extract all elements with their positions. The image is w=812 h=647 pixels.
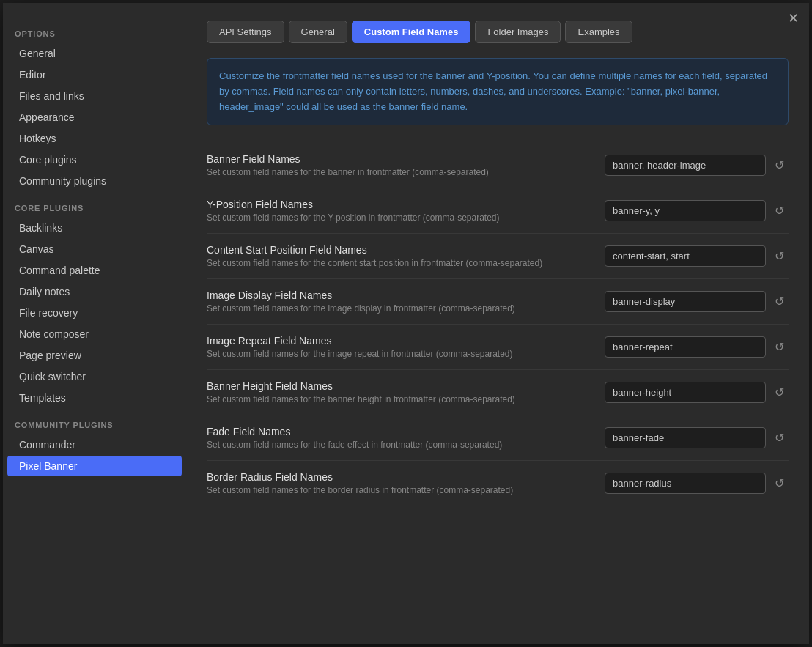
sidebar-item-pixel-banner[interactable]: Pixel Banner <box>7 456 182 476</box>
options-section-label: Options <box>3 18 186 42</box>
sidebar-item-community-plugins[interactable]: Community plugins <box>7 171 182 191</box>
field-input-banner-height[interactable] <box>605 382 766 403</box>
sidebar-item-note-composer[interactable]: Note composer <box>7 324 182 344</box>
sidebar-item-appearance[interactable]: Appearance <box>7 107 182 127</box>
field-input-image-display[interactable] <box>605 291 766 312</box>
modal-body: Options General Editor Files and links A… <box>3 3 809 644</box>
field-row-image-repeat: Image Repeat Field Names Set custom fiel… <box>207 325 789 370</box>
sidebar-item-daily-notes[interactable]: Daily notes <box>7 281 182 302</box>
sidebar: Options General Editor Files and links A… <box>3 3 186 644</box>
info-text: Customize the frontmatter field names us… <box>219 70 767 112</box>
tab-folder-images[interactable]: Folder Images <box>475 21 561 43</box>
tab-examples[interactable]: Examples <box>565 21 632 43</box>
field-controls-image-display: ↺ <box>605 291 789 312</box>
main-content: API Settings General Custom Field Names … <box>186 3 809 644</box>
field-title-content-start: Content Start Position Field Names <box>207 244 605 256</box>
field-info-content-start: Content Start Position Field Names Set c… <box>207 244 605 268</box>
field-row-content-start: Content Start Position Field Names Set c… <box>207 234 789 279</box>
reset-btn-content-start[interactable]: ↺ <box>770 248 789 265</box>
close-button[interactable]: ✕ <box>788 12 799 25</box>
settings-modal: ✕ Options General Editor Files and links… <box>3 3 809 644</box>
field-desc-banner: Set custom field names for the banner in… <box>207 167 605 177</box>
sidebar-item-quick-switcher[interactable]: Quick switcher <box>7 366 182 387</box>
core-plugins-section-label: Core plugins <box>3 192 186 217</box>
community-plugins-section-label: Community plugins <box>3 409 186 434</box>
tab-api-settings[interactable]: API Settings <box>207 21 284 43</box>
field-input-banner[interactable] <box>605 155 766 176</box>
field-desc-fade: Set custom field names for the fade effe… <box>207 440 605 450</box>
field-controls-image-repeat: ↺ <box>605 336 789 358</box>
field-title-border-radius: Border Radius Field Names <box>207 471 605 483</box>
field-info-border-radius: Border Radius Field Names Set custom fie… <box>207 471 605 495</box>
field-desc-banner-height: Set custom field names for the banner he… <box>207 394 605 404</box>
field-controls-y-position: ↺ <box>605 200 789 221</box>
sidebar-item-editor[interactable]: Editor <box>7 64 182 85</box>
sidebar-item-templates[interactable]: Templates <box>7 388 182 408</box>
field-desc-image-display: Set custom field names for the image dis… <box>207 303 605 314</box>
field-controls-banner-height: ↺ <box>605 382 789 403</box>
field-row-banner-height: Banner Height Field Names Set custom fie… <box>207 370 789 415</box>
field-desc-image-repeat: Set custom field names for the image rep… <box>207 349 605 359</box>
sidebar-item-hotkeys[interactable]: Hotkeys <box>7 128 182 149</box>
sidebar-item-backlinks[interactable]: Backlinks <box>7 218 182 238</box>
field-desc-content-start: Set custom field names for the content s… <box>207 258 605 268</box>
field-controls-fade: ↺ <box>605 427 789 448</box>
field-controls-banner: ↺ <box>605 155 789 176</box>
field-info-image-display: Image Display Field Names Set custom fie… <box>207 289 605 314</box>
field-title-y-position: Y-Position Field Names <box>207 199 605 210</box>
field-info-y-position: Y-Position Field Names Set custom field … <box>207 199 605 223</box>
field-desc-border-radius: Set custom field names for the border ra… <box>207 485 605 495</box>
sidebar-item-files-links[interactable]: Files and links <box>7 86 182 106</box>
field-controls-border-radius: ↺ <box>605 473 789 494</box>
field-controls-content-start: ↺ <box>605 245 789 267</box>
reset-btn-fade[interactable]: ↺ <box>770 429 789 447</box>
reset-btn-border-radius[interactable]: ↺ <box>770 475 789 492</box>
fields-container: Banner Field Names Set custom field name… <box>207 143 789 506</box>
sidebar-item-commander[interactable]: Commander <box>7 435 182 455</box>
sidebar-item-file-recovery[interactable]: File recovery <box>7 303 182 323</box>
field-info-banner-height: Banner Height Field Names Set custom fie… <box>207 380 605 404</box>
reset-btn-image-display[interactable]: ↺ <box>770 293 789 311</box>
field-desc-y-position: Set custom field names for the Y-positio… <box>207 212 605 223</box>
field-title-fade: Fade Field Names <box>207 426 605 437</box>
field-title-image-display: Image Display Field Names <box>207 289 605 301</box>
tab-bar: API Settings General Custom Field Names … <box>207 21 789 43</box>
field-title-image-repeat: Image Repeat Field Names <box>207 335 605 347</box>
field-input-fade[interactable] <box>605 427 766 448</box>
field-info-image-repeat: Image Repeat Field Names Set custom fiel… <box>207 335 605 359</box>
sidebar-item-core-plugins[interactable]: Core plugins <box>7 149 182 170</box>
field-input-y-position[interactable] <box>605 200 766 221</box>
field-row-fade: Fade Field Names Set custom field names … <box>207 415 789 461</box>
field-title-banner: Banner Field Names <box>207 153 605 165</box>
field-row-border-radius: Border Radius Field Names Set custom fie… <box>207 461 789 506</box>
field-input-content-start[interactable] <box>605 245 766 267</box>
field-input-border-radius[interactable] <box>605 473 766 494</box>
info-box: Customize the frontmatter field names us… <box>207 58 789 125</box>
sidebar-item-page-preview[interactable]: Page preview <box>7 345 182 366</box>
reset-btn-banner[interactable]: ↺ <box>770 157 789 174</box>
field-info-banner: Banner Field Names Set custom field name… <box>207 153 605 177</box>
reset-btn-image-repeat[interactable]: ↺ <box>770 339 789 356</box>
sidebar-item-general[interactable]: General <box>7 43 182 64</box>
reset-btn-banner-height[interactable]: ↺ <box>770 384 789 402</box>
field-row-banner: Banner Field Names Set custom field name… <box>207 143 789 188</box>
tab-custom-field-names[interactable]: Custom Field Names <box>352 21 471 43</box>
tab-general[interactable]: General <box>289 21 347 43</box>
field-row-y-position: Y-Position Field Names Set custom field … <box>207 188 789 234</box>
field-info-fade: Fade Field Names Set custom field names … <box>207 426 605 450</box>
field-title-banner-height: Banner Height Field Names <box>207 380 605 392</box>
sidebar-item-canvas[interactable]: Canvas <box>7 239 182 259</box>
reset-btn-y-position[interactable]: ↺ <box>770 202 789 220</box>
field-row-image-display: Image Display Field Names Set custom fie… <box>207 279 789 325</box>
sidebar-item-command-palette[interactable]: Command palette <box>7 260 182 281</box>
field-input-image-repeat[interactable] <box>605 336 766 358</box>
